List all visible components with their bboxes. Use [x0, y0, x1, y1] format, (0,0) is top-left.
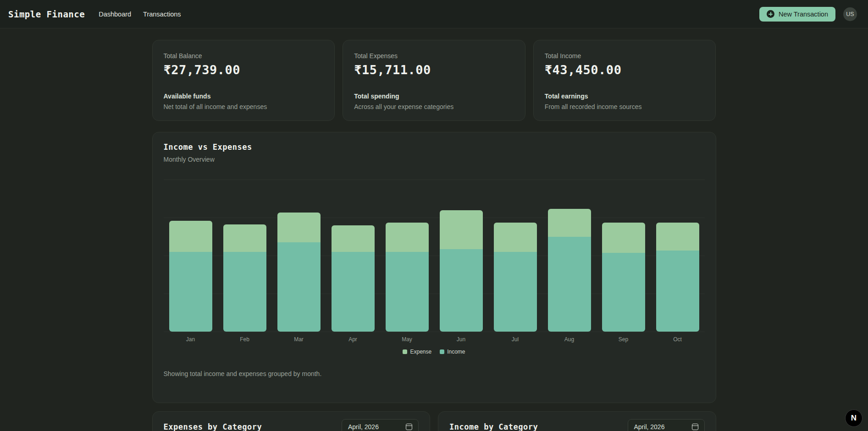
nav-right-group: New Transaction US: [759, 7, 857, 22]
new-transaction-label: New Transaction: [779, 11, 828, 18]
user-avatar[interactable]: US: [843, 7, 857, 21]
total-balance-card: Total Balance ₹27,739.00 Available funds…: [152, 40, 335, 121]
stacked-bar-feb[interactable]: [223, 224, 266, 332]
main-content: Total Balance ₹27,739.00 Available funds…: [152, 40, 716, 431]
stat-footer-desc: Across all your expense categories: [354, 103, 514, 110]
stat-value: ₹15,711.00: [354, 63, 514, 77]
income-segment: [494, 252, 537, 332]
stacked-bar-aug[interactable]: [548, 209, 591, 332]
income-segment: [386, 252, 429, 332]
stacked-bar-jan[interactable]: [169, 221, 212, 332]
stacked-bar-apr[interactable]: [332, 225, 375, 332]
x-axis-label-jun: Jun: [434, 336, 488, 343]
stacked-bar-sep[interactable]: [602, 223, 645, 332]
bar-slot-jun: [434, 180, 488, 332]
top-navbar: Simple Finance Dashboard Transactions Ne…: [0, 0, 868, 28]
bar-slot-aug: [542, 180, 597, 332]
legend-label: Expense: [410, 349, 431, 355]
bar-slot-oct: [651, 180, 705, 332]
stacked-bar-mar[interactable]: [277, 213, 321, 332]
bar-slot-feb: [218, 180, 272, 332]
stats-row: Total Balance ₹27,739.00 Available funds…: [152, 40, 716, 121]
plus-circle-icon: [767, 10, 774, 18]
stat-footer: Total spending Across all your expense c…: [354, 93, 514, 110]
stacked-bar-jul[interactable]: [494, 223, 537, 332]
stat-footer-title: Total spending: [354, 93, 514, 100]
bar-chart-plot: [164, 180, 705, 332]
app-logo: Simple Finance: [8, 9, 85, 19]
legend-label: Income: [447, 349, 465, 355]
total-income-card: Total Income ₹43,450.00 Total earnings F…: [533, 40, 716, 121]
nav-link-transactions[interactable]: Transactions: [143, 11, 181, 18]
x-axis-label-oct: Oct: [651, 336, 705, 343]
bar-slot-jul: [488, 180, 542, 332]
chart-subtitle: Monthly Overview: [164, 156, 705, 163]
card-title: Income by Category: [449, 422, 538, 431]
legend-item-expense: Expense: [403, 349, 431, 355]
gridline: [164, 332, 705, 332]
calendar-icon: [406, 424, 412, 430]
bar-slot-apr: [326, 180, 380, 332]
legend-swatch-expense: [403, 349, 407, 354]
card-title: Expenses by Category: [164, 422, 262, 431]
stat-label: Total Balance: [164, 52, 324, 60]
chart-legend: ExpenseIncome: [164, 349, 705, 355]
chart-bars: [164, 180, 705, 332]
nextjs-dev-badge[interactable]: N: [845, 409, 862, 427]
stat-footer-title: Available funds: [164, 93, 324, 100]
card-header: Expenses by Category April, 2026: [164, 419, 419, 431]
expense-segment: [656, 223, 699, 251]
month-picker-button[interactable]: April, 2026: [342, 419, 419, 431]
month-picker-button[interactable]: April, 2026: [628, 419, 705, 431]
total-expenses-card: Total Expenses ₹15,711.00 Total spending…: [343, 40, 525, 121]
chart-title: Income vs Expenses: [164, 142, 705, 152]
stat-footer: Total earnings From all recorded income …: [545, 93, 705, 110]
stat-value: ₹43,450.00: [545, 63, 705, 77]
x-axis-label-apr: Apr: [326, 336, 380, 343]
income-segment: [169, 252, 212, 332]
stacked-bar-jun[interactable]: [440, 210, 483, 332]
income-segment: [656, 251, 699, 332]
stacked-bar-oct[interactable]: [656, 223, 699, 332]
card-header: Income by Category April, 2026: [449, 419, 705, 431]
x-axis-label-may: May: [380, 336, 434, 343]
expenses-by-category-card: Expenses by Category April, 2026 April 2…: [152, 411, 431, 431]
bar-slot-sep: [597, 180, 651, 332]
income-segment: [223, 252, 266, 332]
stat-label: Total Expenses: [354, 52, 514, 60]
stat-value: ₹27,739.00: [164, 63, 324, 77]
x-axis-label-aug: Aug: [542, 336, 597, 343]
expense-segment: [277, 213, 321, 242]
month-picker-value: April, 2026: [348, 423, 379, 431]
income-segment: [332, 252, 375, 332]
stacked-bar-may[interactable]: [386, 223, 429, 332]
expense-segment: [494, 223, 537, 252]
income-segment: [277, 242, 321, 332]
expense-segment: [548, 209, 591, 237]
expense-segment: [440, 210, 483, 249]
chart-footer-note: Showing total income and expenses groupe…: [164, 370, 705, 377]
x-axis-label-sep: Sep: [597, 336, 651, 343]
expense-segment: [602, 223, 645, 253]
x-axis-label-feb: Feb: [218, 336, 272, 343]
category-cards-row: Expenses by Category April, 2026 April 2…: [152, 411, 716, 431]
new-transaction-button[interactable]: New Transaction: [759, 7, 835, 22]
bar-slot-jan: [164, 180, 218, 332]
bar-slot-mar: [272, 180, 326, 332]
income-vs-expenses-card: Income vs Expenses Monthly Overview JanF…: [152, 132, 716, 403]
bar-slot-may: [380, 180, 434, 332]
stat-footer-desc: From all recorded income sources: [545, 103, 705, 110]
income-segment: [602, 253, 645, 332]
stat-footer-desc: Net total of all income and expenses: [164, 103, 324, 110]
x-axis-label-jul: Jul: [488, 336, 542, 343]
income-segment: [548, 237, 591, 332]
legend-swatch-income: [440, 349, 444, 354]
x-axis-label-mar: Mar: [272, 336, 326, 343]
expense-segment: [223, 224, 266, 252]
income-by-category-card: Income by Category April, 2026 April 202…: [438, 411, 716, 431]
calendar-icon: [692, 424, 698, 430]
income-segment: [440, 249, 483, 332]
chart-x-axis-labels: JanFebMarAprMayJunJulAugSepOct: [164, 336, 705, 343]
legend-item-income: Income: [440, 349, 465, 355]
nav-link-dashboard[interactable]: Dashboard: [99, 11, 131, 18]
